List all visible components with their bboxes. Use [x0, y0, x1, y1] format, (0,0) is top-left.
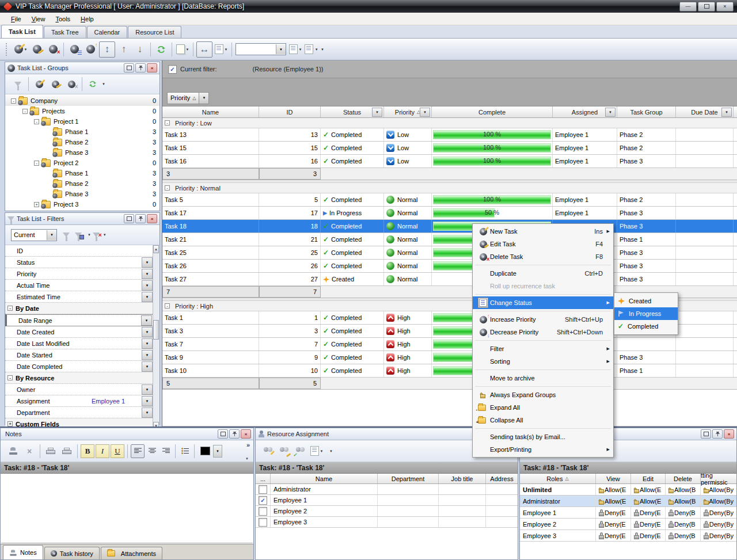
tree-item-phase-3[interactable]: Phase 33 [5, 147, 159, 158]
submenu-item-created[interactable]: Created [614, 295, 678, 307]
menu-item-always-expand-groups[interactable]: Always Expand Groups [473, 388, 613, 401]
group-header-normal[interactable]: -Priority : Normal [162, 183, 737, 193]
dropdown-icon[interactable]: ▼ [142, 327, 153, 337]
dropdown-icon[interactable]: ▼ [142, 338, 153, 349]
column-header-task-group[interactable]: Task Group [617, 106, 676, 117]
align-right-button[interactable] [159, 445, 172, 458]
column-header-name[interactable]: Name [162, 106, 259, 117]
menu-item-collapse-all[interactable]: +Collapse All [473, 414, 613, 426]
toolbar-options-icon[interactable]: ▼ [245, 457, 249, 460]
tab-attachments[interactable]: Attachments [101, 547, 162, 559]
menu-item-new-task[interactable]: New TaskIns▶ [473, 225, 613, 238]
table-row[interactable]: Task 2626 ✓Completed Normal 100 % Employ… [162, 260, 737, 273]
resource-row[interactable]: Administrator [256, 484, 518, 495]
assign-resource-button[interactable] [261, 444, 276, 459]
filter-row-date-range[interactable]: Date Range▼ [5, 314, 159, 326]
tab-resource-list[interactable]: Resource List [128, 26, 181, 38]
toolbar-overflow-icon[interactable]: » [246, 441, 250, 448]
tree-item-project-3[interactable]: +Project 30 [5, 199, 159, 209]
filter-dropdown-icon[interactable]: ▼ [721, 108, 732, 117]
copy-button[interactable]: ▼ [175, 42, 190, 57]
filter-group-by-date[interactable]: -By Date [5, 303, 159, 314]
filter-row-department[interactable]: Department▼ [5, 407, 159, 418]
resource-checkbox[interactable] [259, 518, 267, 527]
reports-button[interactable]: ▼ [214, 42, 229, 57]
resource-checkbox[interactable] [259, 485, 267, 494]
tree-item-phase-2[interactable]: Phase 23 [5, 178, 159, 189]
filter-row-priority[interactable]: Priority▼ [5, 268, 159, 280]
column-header-address[interactable]: Address [486, 474, 518, 483]
tree-item-phase-3[interactable]: Phase 33 [5, 189, 159, 199]
fit-columns-button[interactable]: ↔ [196, 41, 212, 58]
dropdown-icon[interactable]: ▼ [142, 269, 153, 279]
menu-item-duplicate[interactable]: DuplicateCtrl+D [473, 267, 613, 280]
pin-panel-button[interactable] [135, 214, 146, 223]
filter-row-date-last-modified[interactable]: Date Last Modified▼ [5, 338, 159, 349]
dropdown-icon[interactable]: ▼ [142, 361, 153, 372]
table-row[interactable]: Task 2727 Created Normal Employee 1Phase… [162, 273, 737, 286]
view-preset-combobox[interactable]: ▼ [235, 43, 286, 55]
submenu-item-in-progress[interactable]: In Progress [614, 307, 678, 320]
save-filter-button[interactable]: ▼ [75, 227, 91, 242]
dropdown-icon[interactable]: ▼ [142, 384, 153, 395]
table-row-selected[interactable]: Task 1818 ✓Completed Normal 100 % Employ… [162, 220, 737, 233]
column-header-name[interactable]: Name [271, 474, 378, 483]
tree-item-company[interactable]: -Company0 [5, 96, 159, 106]
font-color-button[interactable] [197, 444, 212, 459]
filter-preset-combobox[interactable]: Current ▼ [11, 229, 57, 241]
column-header-job-title[interactable]: Job title [439, 474, 486, 483]
column-header-id[interactable]: ID [259, 106, 321, 117]
scroll-up-icon[interactable]: ▲ [153, 245, 159, 253]
table-row[interactable]: Task 1717 ▶In Progress Normal 50 % Emplo… [162, 207, 737, 220]
table-row[interactable]: Task 1010 ✓Completed High 100 % Employee… [162, 364, 737, 378]
column-header-view[interactable]: View [596, 474, 631, 483]
column-header-status[interactable]: Status▼ [321, 106, 384, 117]
menu-item-edit-task[interactable]: Edit TaskF4 [473, 238, 613, 250]
apply-filter-button[interactable] [59, 227, 74, 242]
combobox-dropdown-icon[interactable]: ▼ [276, 44, 286, 54]
bold-button[interactable]: B [81, 444, 94, 458]
group-by-chip[interactable]: Priority△ [167, 92, 199, 104]
delete-group-button[interactable]: × [64, 77, 79, 92]
dropdown-icon[interactable]: ▼ [142, 257, 153, 268]
print-preview-button[interactable] [43, 444, 58, 459]
resource-checkbox-checked[interactable]: ✓ [259, 496, 267, 505]
filters-scrollbar[interactable]: ▲ ▼ [153, 245, 159, 430]
group-header-low[interactable]: -Priority : Low [162, 118, 737, 128]
close-panel-button[interactable]: × [241, 429, 251, 439]
move-up-button[interactable]: ↑ [116, 42, 131, 57]
menu-item-expand-all[interactable]: -Expand All [473, 401, 613, 414]
color-dropdown-icon[interactable]: ▼ [213, 445, 222, 458]
dropdown-icon[interactable]: ▼ [141, 315, 152, 326]
table-row[interactable]: Task 55 ✓Completed Normal 100 % Employee… [162, 193, 737, 207]
edit-task-button[interactable] [29, 42, 44, 57]
filter-row-id[interactable]: ID [5, 245, 159, 257]
refresh-button[interactable] [154, 42, 169, 57]
resource-checkbox[interactable] [259, 507, 267, 516]
submenu-item-completed[interactable]: ✓Completed [614, 320, 678, 333]
tree-item-phase-1[interactable]: Phase 13 [5, 168, 159, 178]
group-by-dropdown-icon[interactable]: ▼ [199, 92, 209, 104]
new-group-button[interactable] [32, 77, 47, 92]
toolbar-overflow-icon[interactable]: ▼ [321, 48, 324, 51]
tab-task-history[interactable]: Task history [44, 547, 100, 559]
menu-item-delete-task[interactable]: ×Delete TaskF8 [473, 250, 613, 263]
notes-editor[interactable] [1, 474, 253, 543]
permissions-row-selected[interactable]: Administrator Allow(E Allow(E Allow(B Al… [520, 496, 736, 507]
dropdown-icon[interactable]: ▼ [142, 292, 153, 302]
menu-item-sorting[interactable]: Sorting▶ [473, 355, 613, 368]
delete-task-button[interactable]: × [45, 42, 60, 57]
insert-note-button[interactable] [6, 444, 21, 459]
menu-item-export-printing[interactable]: Export/Printing▶ [473, 443, 613, 456]
clear-filter-button[interactable]: ×▼ [92, 227, 107, 242]
menu-item-change-status[interactable]: Change Status▶ [473, 296, 613, 309]
table-row[interactable]: Task 77 ✓Completed High 100 % Employee 1 [162, 338, 737, 351]
column-header-department[interactable]: Department [378, 474, 439, 483]
restore-panel-button[interactable] [124, 63, 134, 73]
tab-notes[interactable]: Notes [3, 545, 43, 559]
filter-row-date-started[interactable]: Date Started▼ [5, 349, 159, 361]
align-center-button[interactable] [146, 445, 158, 458]
priority-up-button[interactable]: ↑ [83, 42, 98, 57]
permissions-row[interactable]: Employee 1 Deny(E Deny(E Deny(B Deny(By [520, 507, 736, 519]
column-header-check[interactable]: ... [256, 474, 271, 483]
